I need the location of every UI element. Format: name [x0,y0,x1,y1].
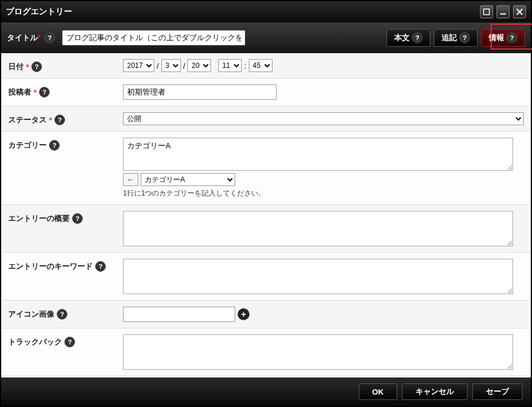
row-status: ステータス* ? 公開 [1,106,531,132]
title-input[interactable] [62,30,245,45]
category-add-button[interactable]: ← [123,173,138,186]
close-icon[interactable] [513,5,526,18]
help-icon[interactable]: ? [507,32,517,43]
tab-body[interactable]: 本文? [387,29,430,47]
row-date: 日付* ? 2017 / 3 / 20 11 : 45 [1,53,531,79]
category-label: カテゴリー [8,140,47,151]
help-icon[interactable]: ? [72,213,83,224]
minimize-icon[interactable] [497,5,510,18]
icon-image-input[interactable] [123,307,235,322]
add-icon[interactable]: + [238,308,249,320]
category-select[interactable]: カテゴリーA [141,173,235,186]
date-label: 日付 [8,61,24,72]
help-icon[interactable]: ? [49,140,60,151]
row-keywords: エントリーのキーワード ? [1,253,531,301]
row-icon: アイコン画像 ? + [1,301,531,328]
author-label: 投稿者 [8,87,31,97]
date-minute-select[interactable]: 45 [249,59,273,72]
keywords-label: エントリーのキーワード [8,261,93,272]
titlebar: ブログエントリー [1,1,531,22]
category-textarea[interactable]: カテゴリーA [123,138,513,171]
footer: OK キャンセル セーブ [1,377,531,406]
summary-label: エントリーの概要 [8,213,70,224]
svg-rect-0 [484,9,489,15]
help-icon[interactable]: ? [412,32,423,43]
toolbar: タイトル* ? 本文? 追記? 情報? [1,22,531,53]
help-icon[interactable]: ? [39,87,50,97]
row-author: 投稿者* ? [1,79,531,106]
row-summary: エントリーの概要 ? [1,205,531,253]
help-icon[interactable]: ? [31,61,42,72]
title-label: タイトル* [7,32,41,43]
tab-info[interactable]: 情報? [481,29,525,47]
date-year-select[interactable]: 2017 [123,59,154,72]
date-month-select[interactable]: 3 [161,59,181,72]
status-select[interactable]: 公開 [123,112,524,125]
help-icon[interactable]: ? [54,115,65,125]
status-label: ステータス [8,115,47,125]
row-trackback: トラックバック ? [1,328,531,376]
trackback-label: トラックバック [8,337,62,347]
save-button[interactable]: セーブ [472,383,523,400]
help-icon[interactable]: ? [57,309,67,320]
help-icon[interactable]: ? [44,32,55,43]
category-hint: 1行に1つのカテゴリーを記入してください。 [123,188,524,198]
trackback-textarea[interactable] [123,334,513,370]
help-icon[interactable]: ? [459,32,470,43]
summary-textarea[interactable] [123,211,513,246]
maximize-icon[interactable] [480,5,493,18]
date-hour-select[interactable]: 11 [218,59,242,72]
help-icon[interactable]: ? [95,261,106,272]
keywords-textarea[interactable] [123,259,513,294]
author-input[interactable] [123,84,277,100]
tab-append[interactable]: 追記? [434,29,478,47]
date-day-select[interactable]: 20 [187,59,211,72]
icon-image-label: アイコン画像 [8,309,54,320]
row-category: カテゴリー ? カテゴリーA ← カテゴリーA 1行に1つのカテゴリーを記入して… [1,132,531,205]
blog-entry-window: ブログエントリー タイトル* ? 本文? 追記? 情報? 日付* ? 2017 … [0,0,532,407]
ok-button[interactable]: OK [359,383,398,400]
form-body: 日付* ? 2017 / 3 / 20 11 : 45 投稿者* ? ステータス… [1,53,531,377]
help-icon[interactable]: ? [64,337,75,347]
cancel-button[interactable]: キャンセル [402,383,468,400]
window-title: ブログエントリー [6,6,476,17]
